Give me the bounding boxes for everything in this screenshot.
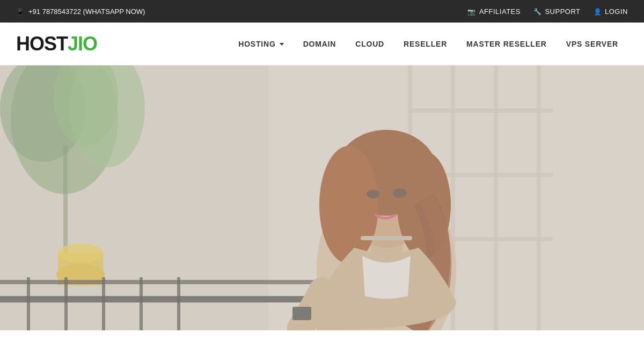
nav-link-hosting[interactable]: HOSTING bbox=[229, 40, 293, 48]
hero-section bbox=[0, 65, 644, 330]
phone-number: +91 7878543722 (WHATSAPP NOW) bbox=[28, 8, 145, 16]
nav-item-domain: DOMAIN bbox=[294, 40, 346, 48]
main-navbar: HOSTJIO HOSTING DOMAIN CLOUD RESELLER bbox=[0, 23, 644, 65]
affiliates-link[interactable]: AFFILIATES bbox=[467, 8, 521, 16]
support-icon bbox=[533, 8, 542, 16]
login-icon bbox=[594, 8, 602, 16]
nav-item-cloud: CLOUD bbox=[346, 40, 394, 48]
nav-link-cloud[interactable]: CLOUD bbox=[346, 40, 394, 48]
nav-menu: HOSTING DOMAIN CLOUD RESELLER MASTER RES… bbox=[229, 40, 628, 48]
nav-link-master-reseller[interactable]: MASTER RESELLER bbox=[457, 40, 557, 48]
top-nav-links: AFFILIATES SUPPORT LOGIN bbox=[467, 8, 628, 16]
hero-overlay bbox=[0, 65, 644, 330]
phone-section: +91 7878543722 (WHATSAPP NOW) bbox=[16, 8, 145, 16]
nav-link-domain[interactable]: DOMAIN bbox=[294, 40, 346, 48]
login-link[interactable]: LOGIN bbox=[594, 8, 628, 16]
chevron-down-icon bbox=[280, 43, 284, 46]
nav-link-vps-server[interactable]: VPS SERVER bbox=[557, 40, 628, 48]
phone-icon bbox=[16, 8, 24, 16]
nav-item-vps-server: VPS SERVER bbox=[557, 40, 628, 48]
logo[interactable]: HOSTJIO bbox=[16, 33, 97, 55]
nav-item-hosting: HOSTING bbox=[229, 40, 293, 48]
support-link[interactable]: SUPPORT bbox=[533, 8, 581, 16]
nav-link-reseller[interactable]: RESELLER bbox=[394, 40, 457, 48]
logo-jio: JIO bbox=[68, 33, 97, 55]
nav-item-reseller: RESELLER bbox=[394, 40, 457, 48]
logo-host: HOST bbox=[16, 33, 68, 55]
top-bar: +91 7878543722 (WHATSAPP NOW) AFFILIATES… bbox=[0, 0, 644, 23]
nav-item-master-reseller: MASTER RESELLER bbox=[457, 40, 557, 48]
affiliates-icon bbox=[467, 8, 476, 16]
